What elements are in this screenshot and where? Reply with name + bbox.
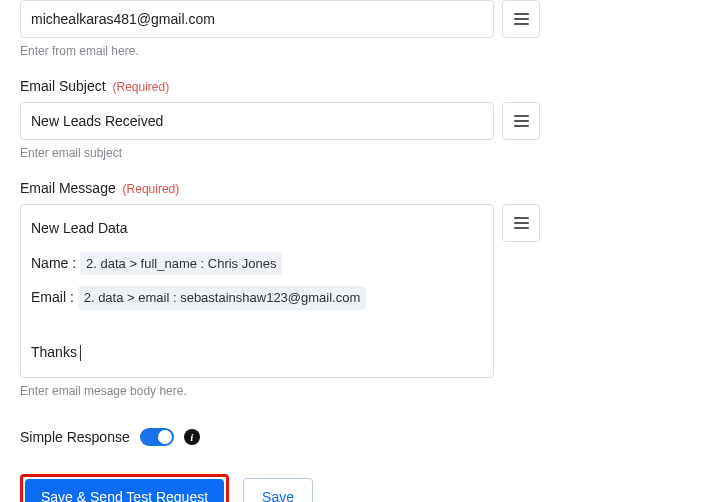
save-send-highlight: Save & Send Test Request <box>20 474 229 502</box>
message-input[interactable]: New Lead Data Name : 2. data > full_name… <box>20 204 494 378</box>
subject-input[interactable]: New Leads Received <box>20 102 494 140</box>
from-email-input[interactable]: michealkaras481@gmail.com <box>20 0 494 38</box>
message-input-row: New Lead Data Name : 2. data > full_name… <box>20 204 540 378</box>
from-email-input-row: michealkaras481@gmail.com <box>20 0 540 38</box>
message-field: Email Message (Required) New Lead Data N… <box>20 180 706 398</box>
save-button[interactable]: Save <box>243 478 313 502</box>
message-thanks-text: Thanks <box>31 344 77 360</box>
message-label: Email Message (Required) <box>20 180 706 196</box>
subject-required: (Required) <box>112 80 169 94</box>
from-email-options-button[interactable] <box>502 0 540 38</box>
toggle-knob <box>158 430 172 444</box>
subject-options-button[interactable] <box>502 102 540 140</box>
from-email-value: michealkaras481@gmail.com <box>31 11 215 27</box>
button-row: Save & Send Test Request Save <box>20 474 706 502</box>
menu-icon <box>514 115 529 127</box>
message-helper: Enter email mesage body here. <box>20 384 706 398</box>
subject-input-row: New Leads Received <box>20 102 540 140</box>
subject-value: New Leads Received <box>31 113 163 129</box>
message-required: (Required) <box>123 182 180 196</box>
simple-response-toggle[interactable] <box>140 428 174 446</box>
menu-icon <box>514 217 529 229</box>
message-line-email: Email : 2. data > email : sebastainshaw1… <box>31 278 483 311</box>
message-label-text: Email Message <box>20 180 116 196</box>
subject-field: Email Subject (Required) New Leads Recei… <box>20 78 706 160</box>
message-thanks: Thanks <box>31 333 483 366</box>
text-cursor <box>80 345 81 361</box>
subject-label: Email Subject (Required) <box>20 78 706 94</box>
message-line-1: New Lead Data <box>31 215 483 242</box>
message-email-label: Email : <box>31 289 74 305</box>
message-line-name: Name : 2. data > full_name : Chris Jones <box>31 244 483 277</box>
message-options-button[interactable] <box>502 204 540 242</box>
email-token[interactable]: 2. data > email : sebastainshaw123@gmail… <box>78 286 367 310</box>
simple-response-row: Simple Response i <box>20 428 706 446</box>
info-icon[interactable]: i <box>184 429 200 445</box>
message-name-label: Name : <box>31 255 76 271</box>
from-email-field: michealkaras481@gmail.com Enter from ema… <box>20 0 706 58</box>
menu-icon <box>514 13 529 25</box>
subject-helper: Enter email subject <box>20 146 706 160</box>
name-token[interactable]: 2. data > full_name : Chris Jones <box>80 252 282 276</box>
simple-response-label: Simple Response <box>20 429 130 445</box>
save-send-button[interactable]: Save & Send Test Request <box>25 479 224 502</box>
subject-label-text: Email Subject <box>20 78 106 94</box>
from-email-helper: Enter from email here. <box>20 44 706 58</box>
